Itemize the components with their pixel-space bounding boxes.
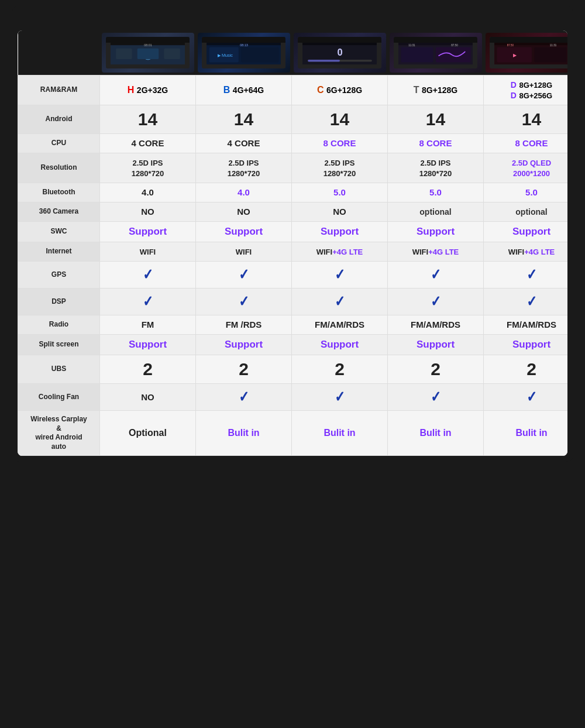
cell-value-normal: NO bbox=[141, 207, 154, 217]
ram-letter: C bbox=[317, 85, 324, 95]
cell-7-1: WIFI bbox=[196, 242, 292, 262]
svg-text:▶ Music: ▶ Music bbox=[217, 53, 232, 58]
cell-10-1: FM /RDS bbox=[196, 315, 292, 335]
row-label: Cooling Fan bbox=[18, 384, 100, 411]
checkmark-icon: ✓ bbox=[526, 293, 537, 311]
cell-value-normal: 4 CORE bbox=[228, 138, 260, 148]
cell-8-1: ✓ bbox=[196, 262, 292, 289]
cell-2-0: 4 CORE bbox=[100, 134, 196, 153]
cell-two-line: 2.5D IPS1280*720 bbox=[419, 159, 452, 178]
cell-6-0: Support bbox=[100, 222, 196, 242]
cell-value-large: 2 bbox=[239, 359, 249, 379]
cell-9-4: ✓ bbox=[484, 289, 568, 315]
cell-two-line: 2.5D IPS1280*720 bbox=[324, 159, 356, 178]
wifi-plus-label: WIFI bbox=[508, 248, 524, 256]
cell-value-large: 2 bbox=[143, 359, 153, 379]
checkmark-icon: ✓ bbox=[335, 266, 345, 284]
cell-value-large: 2 bbox=[431, 359, 441, 379]
table-row: Split screenSupportSupportSupportSupport… bbox=[18, 335, 568, 355]
cell-value-large: 14 bbox=[330, 109, 349, 129]
cell-value-purple: 8 CORE bbox=[324, 138, 356, 148]
ram-letter: H bbox=[128, 85, 135, 95]
svg-rect-29 bbox=[534, 47, 566, 63]
cell-2-3: 8 CORE bbox=[388, 134, 484, 153]
row-label: 360 Camera bbox=[18, 202, 100, 222]
cell-4-3: 5.0 bbox=[388, 183, 484, 202]
cell-8-2: ✓ bbox=[292, 262, 388, 289]
cell-value-large: 14 bbox=[138, 109, 157, 129]
cell-11-2: Support bbox=[292, 335, 388, 355]
support-label: Support bbox=[417, 339, 455, 350]
cell-5-0: NO bbox=[100, 202, 196, 222]
row-label: RAM&RAM bbox=[18, 75, 100, 105]
svg-text:87.50: 87.50 bbox=[507, 44, 514, 47]
cell-value-normal: 4 CORE bbox=[132, 138, 164, 148]
checkmark-icon: ✓ bbox=[431, 266, 441, 284]
cell-14-4: Bulit in bbox=[484, 411, 568, 456]
ram-value: 6G+128G bbox=[326, 85, 362, 95]
cell-3-1: 2.5D IPS1280*720 bbox=[196, 153, 292, 183]
cell-3-2: 2.5D IPS1280*720 bbox=[292, 153, 388, 183]
cell-9-0: ✓ bbox=[100, 289, 196, 315]
cell-1-0: 14 bbox=[100, 105, 196, 134]
cell-12-2: 2 bbox=[292, 355, 388, 384]
cell-0-3: T 8G+128G bbox=[388, 75, 484, 105]
cell-value-normal: FM /RDS bbox=[226, 320, 262, 329]
cell-7-2: WIFI+4G LTE bbox=[292, 242, 388, 262]
support-label: Support bbox=[129, 226, 167, 237]
cell-3-4: 2.5D QLED2000*1200 bbox=[484, 153, 568, 183]
cell-value-purple: 4.0 bbox=[238, 187, 250, 197]
cell-value-normal: FM/AM/RDS bbox=[411, 320, 460, 329]
svg-rect-22 bbox=[401, 47, 433, 63]
ram-letter: B bbox=[223, 85, 230, 95]
cell-value-purple: 8 CORE bbox=[419, 138, 452, 148]
svg-text:08:13: 08:13 bbox=[240, 43, 248, 47]
checkmark-icon: ✓ bbox=[239, 293, 249, 311]
cell-3-3: 2.5D IPS1280*720 bbox=[388, 153, 484, 183]
cell-value-large: 2 bbox=[335, 359, 345, 379]
cell-4-2: 5.0 bbox=[292, 183, 388, 202]
cell-14-2: Bulit in bbox=[292, 411, 388, 456]
product-image-b: 08:13 ▶ Music bbox=[198, 33, 290, 73]
cell-value-normal: NO bbox=[333, 207, 346, 217]
checkmark-icon: ✓ bbox=[431, 388, 441, 406]
screen-d: 87.50 11:31 ▶ bbox=[490, 37, 567, 68]
row-label: Radio bbox=[18, 315, 100, 335]
cell-13-3: ✓ bbox=[388, 384, 484, 411]
support-label: Support bbox=[512, 339, 550, 350]
cell-13-0: NO bbox=[100, 384, 196, 411]
cell-1-2: 14 bbox=[292, 105, 388, 134]
svg-text:87.50: 87.50 bbox=[451, 44, 458, 47]
row-label: Wireless Carplay&wired Androidauto bbox=[18, 411, 100, 456]
svg-rect-11 bbox=[241, 47, 278, 63]
svg-text:0: 0 bbox=[337, 47, 342, 57]
cell-value-large: 14 bbox=[234, 109, 253, 129]
screen-t: 11:31 87.50 bbox=[394, 37, 477, 68]
cell-0-4: D 8G+128GD 8G+256G bbox=[484, 75, 568, 105]
header-col-t: 11:31 87.50 bbox=[388, 30, 484, 75]
main-container: 08:01 bbox=[12, 6, 573, 462]
wifi-plus-label: WIFI bbox=[316, 248, 332, 256]
row-label: Resolution bbox=[18, 153, 100, 183]
cell-0-1: B 4G+64G bbox=[196, 75, 292, 105]
support-label: Support bbox=[225, 226, 263, 237]
checkmark-icon: ✓ bbox=[335, 388, 345, 406]
row-label: DSP bbox=[18, 289, 100, 315]
page-title bbox=[18, 12, 567, 30]
support-label: Support bbox=[321, 339, 359, 350]
screen-h: 08:01 bbox=[106, 37, 189, 68]
cell-two-line: 2.5D IPS1280*720 bbox=[132, 159, 164, 178]
cell-4-4: 5.0 bbox=[484, 183, 568, 202]
cell-6-4: Support bbox=[484, 222, 568, 242]
lte-label: +4G LTE bbox=[428, 248, 459, 256]
svg-rect-6 bbox=[164, 49, 180, 59]
svg-rect-4 bbox=[116, 49, 132, 59]
cell-11-0: Support bbox=[100, 335, 196, 355]
cell-11-3: Support bbox=[388, 335, 484, 355]
svg-rect-17 bbox=[308, 60, 340, 62]
cell-7-4: WIFI+4G LTE bbox=[484, 242, 568, 262]
checkmark-icon: ✓ bbox=[335, 293, 345, 311]
support-label: Support bbox=[129, 339, 167, 350]
row-label: Internet bbox=[18, 242, 100, 262]
table-row: UBS22222 bbox=[18, 355, 568, 384]
